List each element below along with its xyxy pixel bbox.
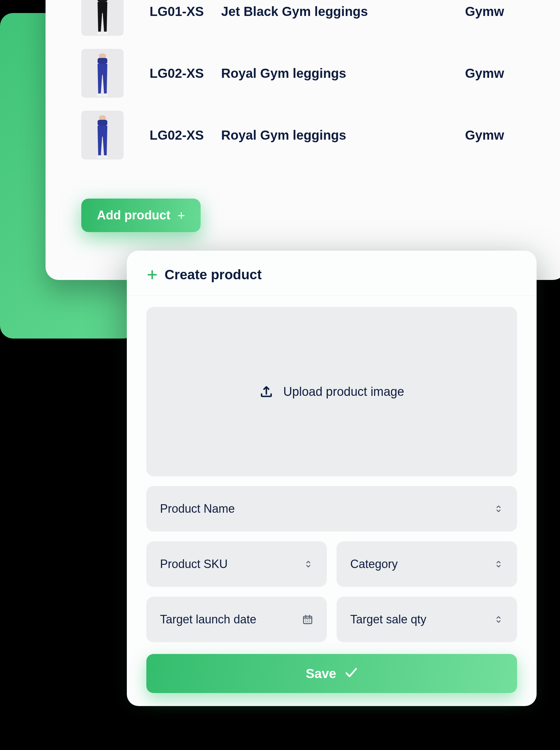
chevron-sort-icon: [304, 559, 313, 569]
svg-point-11: [102, 155, 108, 159]
product-sku-field[interactable]: Product SKU: [146, 541, 327, 587]
field-placeholder: Category: [350, 557, 398, 571]
save-button[interactable]: Save: [146, 654, 517, 693]
svg-point-18: [309, 621, 310, 623]
product-name: Jet Black Gym leggings: [221, 4, 465, 19]
table-row[interactable]: LG02-XS Royal Gym leggings Gymw: [45, 42, 560, 104]
sale-qty-field[interactable]: Target sale qty: [337, 597, 517, 642]
save-label: Save: [306, 666, 336, 681]
field-placeholder: Target sale qty: [350, 613, 426, 626]
add-product-label: Add product: [97, 208, 170, 222]
product-category: Gymw: [465, 66, 504, 81]
svg-point-2: [97, 32, 102, 35]
svg-rect-5: [98, 58, 107, 64]
svg-rect-1: [98, 0, 107, 2]
chevron-sort-icon: [494, 504, 503, 514]
product-sku: LG01-XS: [124, 4, 221, 19]
calendar-icon: [302, 614, 313, 625]
plus-icon: +: [178, 209, 185, 222]
product-thumbnail: [81, 0, 124, 36]
modal-title: Create product: [165, 267, 262, 282]
modal-body: Upload product image Product Name Produc…: [127, 296, 537, 642]
check-icon: [345, 666, 358, 681]
product-list-card: LG01-XS Jet Black Gym leggings Gymw LG02…: [45, 0, 560, 280]
field-placeholder: Product Name: [160, 502, 235, 516]
product-name: Royal Gym leggings: [221, 128, 465, 143]
svg-point-6: [97, 94, 102, 97]
table-row[interactable]: LG01-XS Jet Black Gym leggings Gymw: [45, 0, 560, 42]
chevron-sort-icon: [494, 615, 503, 624]
upload-icon: [259, 384, 273, 399]
svg-point-13: [305, 619, 306, 620]
svg-point-14: [307, 619, 308, 620]
svg-point-10: [97, 155, 102, 159]
modal-header: Create product: [127, 251, 537, 296]
svg-point-17: [307, 621, 308, 623]
svg-point-15: [309, 619, 310, 620]
product-category: Gymw: [465, 4, 504, 19]
product-sku: LG02-XS: [124, 128, 221, 143]
svg-point-8: [99, 115, 106, 120]
product-rows: LG01-XS Jet Black Gym leggings Gymw LG02…: [45, 0, 560, 166]
product-name: Royal Gym leggings: [221, 66, 465, 81]
upload-label: Upload product image: [283, 385, 404, 399]
category-field[interactable]: Category: [337, 541, 517, 587]
launch-date-field[interactable]: Target launch date: [146, 597, 327, 642]
chevron-sort-icon: [494, 559, 503, 569]
field-placeholder: Product SKU: [160, 557, 228, 571]
product-category: Gymw: [465, 128, 504, 143]
upload-image-dropzone[interactable]: Upload product image: [146, 307, 517, 476]
add-product-button[interactable]: Add product +: [81, 199, 201, 232]
product-name-field[interactable]: Product Name: [146, 486, 517, 532]
svg-point-16: [305, 621, 306, 623]
create-product-modal: Create product Upload product image Prod…: [127, 251, 537, 706]
svg-point-7: [102, 94, 108, 97]
product-thumbnail: [81, 111, 124, 159]
table-row[interactable]: LG02-XS Royal Gym leggings Gymw: [45, 104, 560, 166]
product-thumbnail: [81, 49, 124, 98]
svg-point-3: [102, 32, 108, 35]
svg-rect-9: [98, 120, 107, 126]
product-sku: LG02-XS: [124, 66, 221, 81]
plus-icon: [146, 269, 158, 281]
svg-point-4: [99, 53, 106, 59]
field-placeholder: Target launch date: [160, 613, 256, 626]
